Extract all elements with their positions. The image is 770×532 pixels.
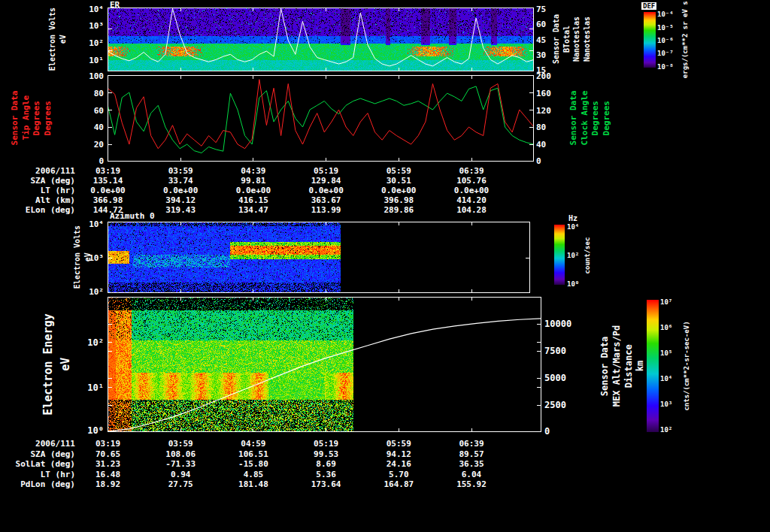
axis-tick-label: 10² xyxy=(89,38,104,48)
ephemeris-date-label: 2006/111 xyxy=(0,439,75,449)
ephemeris-value: 108.06 xyxy=(144,449,217,459)
axis-tick-label: 160 xyxy=(536,89,551,98)
ephemeris-value: 129.84 xyxy=(290,176,362,186)
axis-label-line: Clock Angle xyxy=(581,91,590,146)
ephemeris-value: 319.43 xyxy=(144,205,217,215)
ephemeris-row-label: SZA (deg) xyxy=(0,449,75,459)
panel2-right-axis-label: Sensor DataClock AngleDegreesDegrees xyxy=(569,91,612,146)
axis-tick-label: 10⁻⁵ xyxy=(657,24,674,32)
ephemeris-row-label: PdLon (deg) xyxy=(0,479,75,489)
time-tick-label: 04:59 xyxy=(217,439,290,449)
colorbar1-title: DEF xyxy=(641,2,656,10)
ephemeris-value: 289.86 xyxy=(362,205,435,215)
axis-tick-label: 10⁴ xyxy=(89,5,104,14)
axis-label-line: Electron Volts xyxy=(73,225,82,289)
time-tick-label: 03:19 xyxy=(71,439,144,449)
axis-label-line: Nanoteslas xyxy=(583,14,592,64)
panel1-right-axis-label: Sensor DataBTotalNanoteslasNanoteslas xyxy=(552,14,591,64)
axis-label-line: Electron Volts xyxy=(48,8,57,71)
ephemeris-row-label: LT (hr) xyxy=(0,186,75,195)
time-tick-label: 05:19 xyxy=(290,166,362,176)
ephemeris-value: 31.23 xyxy=(71,459,144,469)
time-tick-label: 06:39 xyxy=(435,439,508,449)
ephemeris-value: 366.98 xyxy=(71,195,144,205)
ephemeris-value: 394.12 xyxy=(144,195,217,205)
axis-label-line: Sensor Data xyxy=(552,14,561,64)
axis-tick-label: 7500 xyxy=(544,346,566,356)
axis-tick-label: 30 xyxy=(536,50,546,60)
panel4-y-axis-label: Electron EnergyeV xyxy=(42,313,73,415)
axis-tick-label: 10⁴ xyxy=(567,223,579,231)
axis-label-line: Sensor Data xyxy=(600,325,611,407)
ephemeris-value: 135.14 xyxy=(71,176,144,186)
ephemeris-value: 106.51 xyxy=(217,449,290,459)
ephemeris-value: -15.80 xyxy=(217,459,290,469)
colorbar1-unit-label: ergs/(cm**2 sr eV s) xyxy=(681,0,689,78)
ephemeris-row-label: Alt (km) xyxy=(0,195,75,205)
axis-tick-label: 60 xyxy=(536,20,546,29)
electron-energy-spectrogram-canvas xyxy=(108,297,541,432)
ephemeris-row-label: SolLat (deg) xyxy=(0,459,75,469)
axis-tick-label: 10⁻⁸ xyxy=(657,63,674,71)
ephemeris-value: 0.0e+00 xyxy=(71,186,144,195)
ephemeris-value: 105.76 xyxy=(435,176,508,186)
colorbar3-gradient xyxy=(554,225,565,285)
ephemeris-value: -71.33 xyxy=(144,459,217,469)
axis-label-line: eV xyxy=(59,8,68,71)
ephemeris-value: 164.87 xyxy=(362,479,435,489)
ephemeris-value: 0.0e+00 xyxy=(217,186,290,195)
time-tick-label: 03:59 xyxy=(144,439,217,449)
ephemeris-value: 33.74 xyxy=(144,176,217,186)
axis-label-line: Sensor Data xyxy=(569,91,579,146)
time-tick-label: 04:39 xyxy=(217,166,290,176)
axis-label-line: cnts/(cm**2-sr-sec-eV) xyxy=(683,321,690,410)
axis-label-line: Degrees xyxy=(44,91,53,146)
axis-tick-label: 10000 xyxy=(544,319,571,329)
ephemeris-value: 134.47 xyxy=(217,205,290,215)
colorbar3-title: Hz xyxy=(568,214,578,222)
colorbar3-unit-label: count/sec xyxy=(584,237,591,274)
axis-label-line: Distance xyxy=(624,325,635,407)
axis-tick-label: 10⁰ xyxy=(567,280,579,288)
axis-tick-label: 5000 xyxy=(544,373,566,383)
ephemeris-value: 89.57 xyxy=(435,449,508,459)
panel3-y-axis-label: Electron VoltseV xyxy=(73,225,92,289)
axis-label-line: ergs/(cm**2 sr eV s) xyxy=(681,0,689,78)
azimuth0-spectrogram-canvas xyxy=(108,222,530,293)
axis-tick-label: 10⁻⁴ xyxy=(657,11,674,18)
colorbar1-gradient xyxy=(644,12,656,68)
axis-label-line: Electron Energy xyxy=(42,313,55,415)
angles-line-plot-canvas xyxy=(108,75,534,162)
ephemeris-value: 181.48 xyxy=(217,479,290,489)
axis-tick-label: 120 xyxy=(536,106,551,116)
axis-tick-label: 80 xyxy=(536,122,546,132)
ephemeris-date-label: 2006/111 xyxy=(0,166,75,176)
axis-tick-label: 10¹ xyxy=(89,56,104,65)
ephemeris-value: 0.0e+00 xyxy=(435,186,508,195)
axis-tick-label: 0 xyxy=(536,156,541,166)
axis-tick-label: 80 xyxy=(94,89,104,98)
ephemeris-value: 5.70 xyxy=(362,470,435,479)
axis-tick-label: 40 xyxy=(536,140,546,150)
panel1-y-axis-label: Electron VoltseV xyxy=(48,8,67,71)
ephemeris-value: 396.98 xyxy=(362,195,435,205)
ephemeris-value: 113.99 xyxy=(290,205,362,215)
axis-tick-label: 10⁶ xyxy=(660,324,672,331)
axis-tick-label: 10⁵ xyxy=(660,349,672,357)
ephemeris-value: 4.85 xyxy=(217,470,290,479)
ephemeris-value: 104.28 xyxy=(435,205,508,215)
axis-label-line: eV xyxy=(59,313,72,415)
time-tick-label: 03:59 xyxy=(144,166,217,176)
ephemeris-value: 5.36 xyxy=(290,470,362,479)
axis-label-line: Sensor Data xyxy=(11,91,20,146)
ephemeris-value: 30.51 xyxy=(362,176,435,186)
colorbar4-unit-label: cnts/(cm**2-sr-sec-eV) xyxy=(683,321,690,410)
axis-tick-label: 10³ xyxy=(660,401,672,408)
axis-tick-label: 75 xyxy=(536,5,546,14)
axis-tick-label: 10² xyxy=(567,252,579,259)
axis-tick-label: 45 xyxy=(536,35,546,45)
axis-tick-label: 100 xyxy=(89,71,104,81)
ephemeris-value: 99.81 xyxy=(217,176,290,186)
time-tick-label: 05:59 xyxy=(362,439,435,449)
ephemeris-value: 16.48 xyxy=(71,470,144,479)
